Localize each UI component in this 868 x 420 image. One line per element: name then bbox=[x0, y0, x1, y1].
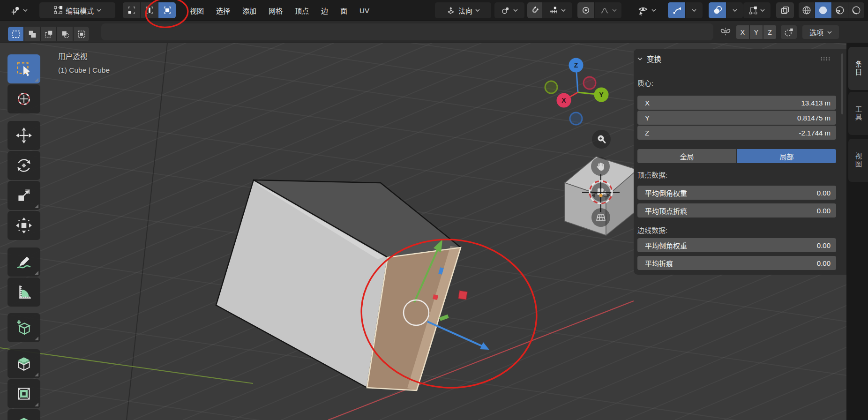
tool-3d-cursor[interactable] bbox=[7, 84, 40, 113]
tab-label: 工具 bbox=[853, 105, 863, 122]
select-mode-invert-button[interactable] bbox=[57, 27, 73, 41]
shading-rendered-button[interactable] bbox=[848, 2, 864, 18]
vertex-data-label: 顶点数据: bbox=[637, 170, 667, 180]
median-y-field[interactable]: Y 0.81475 m bbox=[637, 111, 836, 125]
tool-extrude-region[interactable] bbox=[7, 349, 40, 378]
select-mode-set-button[interactable] bbox=[8, 27, 23, 41]
transform-orientation-dropdown[interactable]: 法向 bbox=[435, 2, 491, 18]
select-mode-subtract-button[interactable] bbox=[41, 27, 56, 41]
mesh-edit-overlays-dropdown[interactable] bbox=[743, 2, 771, 18]
tool-rotate[interactable] bbox=[7, 151, 40, 180]
zoom-control[interactable] bbox=[592, 130, 611, 149]
snap-toggle-button[interactable] bbox=[527, 2, 542, 18]
mean-bevel-weight-edge-field[interactable]: 平均倒角权重 0.00 bbox=[637, 238, 836, 252]
axis-ball-x-negative[interactable] bbox=[584, 77, 596, 89]
chevron-down-icon bbox=[23, 9, 28, 12]
pan-control[interactable] bbox=[591, 157, 610, 176]
mean-bevel-weight-vertex-field[interactable]: 平均倒角权重 0.00 bbox=[637, 186, 836, 200]
axis-ball-y-negative[interactable] bbox=[545, 81, 557, 93]
menubar: 视图 选择 添加 网格 顶点 边 面 UV bbox=[184, 0, 375, 21]
select-mode-intersect-button[interactable] bbox=[74, 27, 89, 41]
menu-add[interactable]: 添加 bbox=[236, 6, 262, 15]
perspective-toggle-control[interactable] bbox=[591, 208, 610, 227]
tool-select-box[interactable] bbox=[7, 54, 40, 83]
camera-view-control[interactable] bbox=[591, 183, 610, 202]
tool-inset-faces[interactable] bbox=[7, 379, 40, 408]
select-set-icon bbox=[11, 30, 21, 39]
sidebar-tab-item[interactable]: 条目 bbox=[848, 47, 868, 90]
tool-annotate[interactable] bbox=[7, 248, 40, 277]
box-select-icon bbox=[15, 60, 33, 78]
global-space-button[interactable]: 全局 bbox=[637, 149, 736, 163]
menu-select[interactable]: 选择 bbox=[210, 6, 236, 15]
mirror-x-button[interactable]: X bbox=[736, 25, 749, 39]
sidebar-tab-view[interactable]: 视图 bbox=[848, 139, 868, 182]
tool-measure[interactable] bbox=[7, 278, 40, 307]
field-label: 平均顶点折痕 bbox=[645, 206, 687, 216]
menu-view[interactable]: 视图 bbox=[184, 6, 210, 15]
local-space-button[interactable]: 局部 bbox=[737, 149, 836, 163]
menu-uv[interactable]: UV bbox=[353, 7, 375, 15]
show-gizmo-toggle[interactable] bbox=[668, 2, 685, 18]
proportional-connected-toggle[interactable] bbox=[781, 25, 797, 39]
transform-panel-header[interactable]: 变换 bbox=[637, 53, 661, 64]
gizmo-settings-dropdown[interactable] bbox=[686, 2, 703, 18]
tool-transform[interactable] bbox=[7, 211, 40, 240]
mode-dropdown[interactable]: 编辑模式 bbox=[39, 2, 115, 18]
magnet-icon bbox=[530, 6, 539, 15]
menu-face[interactable]: 面 bbox=[334, 6, 353, 15]
show-overlays-toggle[interactable] bbox=[709, 2, 726, 18]
local-label: 局部 bbox=[779, 151, 793, 161]
menu-edge[interactable]: 边 bbox=[315, 6, 334, 15]
tool-add-cube[interactable] bbox=[7, 313, 40, 342]
face-select-mode-button[interactable] bbox=[158, 2, 176, 18]
axis-ball-z-negative[interactable] bbox=[570, 112, 582, 125]
shading-solid-button[interactable] bbox=[815, 2, 831, 18]
mean-vertex-crease-field[interactable]: 平均顶点折痕 0.00 bbox=[637, 203, 836, 218]
proportional-editing-toggle[interactable] bbox=[577, 2, 594, 18]
viewport-view-label: 用户透视 bbox=[58, 51, 87, 61]
overlays-settings-dropdown[interactable] bbox=[726, 2, 743, 18]
pivot-point-dropdown[interactable] bbox=[494, 2, 524, 18]
median-x-field[interactable]: X 13.413 m bbox=[637, 96, 836, 110]
median-y-value: 0.81475 m bbox=[797, 114, 831, 122]
menu-mesh[interactable]: 网格 bbox=[262, 6, 289, 15]
edit-mode-overlay-icon bbox=[749, 6, 757, 15]
hand-icon bbox=[595, 161, 606, 172]
tool-move[interactable] bbox=[7, 121, 40, 150]
tool-scale[interactable] bbox=[7, 181, 40, 210]
menu-vertex[interactable]: 顶点 bbox=[289, 6, 315, 15]
shading-material-button[interactable] bbox=[832, 2, 848, 18]
edge-select-mode-button[interactable] bbox=[141, 2, 158, 18]
tool-bevel[interactable] bbox=[7, 409, 40, 420]
field-label: 平均倒角权重 bbox=[645, 240, 687, 250]
xray-toggle[interactable] bbox=[776, 2, 794, 18]
mirror-z-label: Z bbox=[768, 29, 772, 36]
median-z-field[interactable]: Z -2.1744 m bbox=[637, 126, 836, 140]
sidebar-tab-tool[interactable]: 工具 bbox=[848, 92, 868, 135]
viewport-header: 编辑模式 bbox=[0, 0, 868, 21]
mirror-z-button[interactable]: Z bbox=[763, 25, 776, 39]
sidebar-tab-strip: 条目 工具 视图 bbox=[846, 43, 868, 420]
select-intersect-icon bbox=[77, 30, 86, 39]
vertex-select-mode-button[interactable] bbox=[123, 2, 140, 18]
mirror-y-button[interactable]: Y bbox=[750, 25, 763, 39]
proportional-falloff-dropdown[interactable] bbox=[595, 2, 621, 18]
panel-scrollbar[interactable] bbox=[841, 53, 843, 114]
chevron-down-icon bbox=[475, 9, 480, 12]
visibility-dropdown[interactable] bbox=[632, 2, 662, 18]
grid-icon bbox=[595, 212, 606, 223]
mirror-toggle[interactable] bbox=[719, 25, 732, 38]
mean-crease-field[interactable]: 平均折痕 0.00 bbox=[637, 256, 836, 270]
editor-type-dropdown[interactable] bbox=[6, 2, 32, 18]
shading-wireframe-button[interactable] bbox=[799, 2, 815, 18]
panel-drag-handle[interactable] bbox=[820, 57, 831, 61]
sidebar-panel: 变换 质心: X 13.413 m Y 0.81475 m Z -2.1744 … bbox=[634, 49, 846, 275]
tool-settings-bar: X Y Z 选项 bbox=[0, 21, 868, 43]
select-mode-extend-button[interactable] bbox=[24, 27, 40, 41]
options-dropdown[interactable]: 选项 bbox=[802, 25, 839, 39]
select-option-group bbox=[8, 27, 89, 41]
select-invert-icon bbox=[60, 30, 70, 39]
navigation-axis-gizmo[interactable]: Z Y X bbox=[539, 52, 619, 131]
snap-settings-dropdown[interactable] bbox=[542, 2, 572, 18]
